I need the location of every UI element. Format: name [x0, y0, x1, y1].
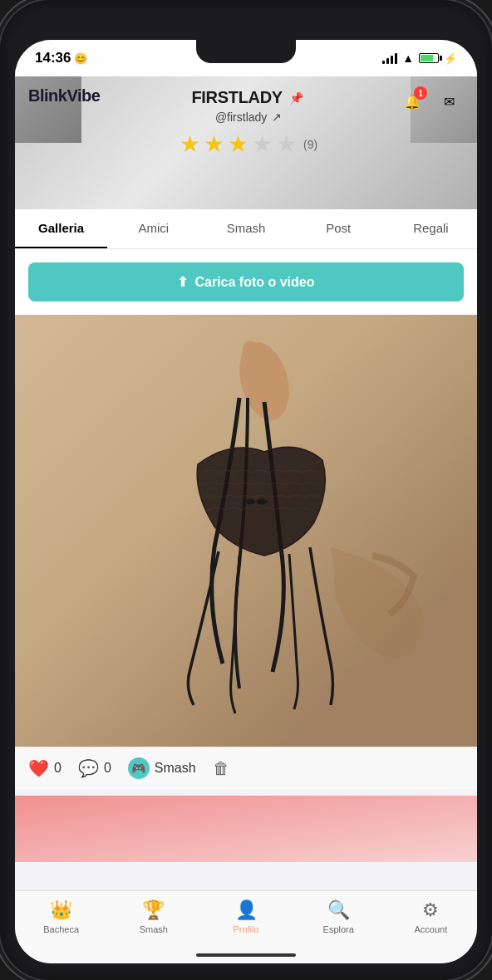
nav-profilo[interactable]: 👤 Profilo — [199, 899, 292, 934]
crown-icon: 👑 — [50, 899, 72, 921]
username-row: FIRSTLADY 📌 — [191, 88, 306, 107]
rating-stars: ★ ★ ★ ★ ★ (9) — [180, 130, 317, 158]
nav-esplora-label: Esplora — [323, 924, 354, 934]
nav-account-label: Account — [415, 924, 448, 934]
mail-icon: ✉ — [444, 94, 455, 110]
gear-icon: ⚙ — [422, 899, 439, 921]
photo-card: ❤️ 0 💬 0 🎮 Smash 🗑 — [15, 315, 477, 789]
share-icon[interactable]: ↗ — [272, 110, 282, 124]
comment-action[interactable]: 💬 0 — [78, 758, 111, 778]
upload-label: Carica foto o video — [194, 275, 314, 290]
header-brand-area: BlinkVibe — [28, 86, 100, 107]
nav-smash[interactable]: 🏆 Smash — [107, 899, 199, 934]
svg-rect-4 — [15, 796, 477, 862]
handle-row: @firstlady ↗ — [215, 110, 282, 124]
delete-button[interactable]: 🗑 — [213, 759, 229, 778]
photo-svg — [15, 315, 477, 747]
mail-button[interactable]: ✉ — [434, 86, 464, 116]
star-5: ★ — [276, 130, 297, 158]
nav-esplora[interactable]: 🔍 Esplora — [293, 899, 385, 934]
notification-badge: 1 — [414, 86, 427, 100]
brand-logo: BlinkVibe — [28, 86, 100, 105]
verified-badge: 📌 — [288, 89, 306, 107]
upload-icon: ⬆ — [177, 274, 188, 290]
upload-area: ⬆ Carica foto o video — [15, 249, 477, 315]
next-photo-preview — [15, 796, 477, 862]
nav-bacheca[interactable]: 👑 Bacheca — [15, 899, 107, 934]
wifi-icon: ▲ — [402, 51, 414, 65]
battery-charging-icon: ⚡ — [444, 52, 457, 65]
star-1: ★ — [180, 130, 200, 158]
comment-count: 0 — [104, 761, 111, 776]
tab-smash[interactable]: Smash — [199, 209, 292, 248]
battery-icon — [419, 53, 439, 63]
user-handle: @firstlady — [215, 110, 267, 124]
signal-icon — [382, 52, 397, 64]
smash-icon: 🎮 — [128, 757, 150, 779]
search-icon: 🔍 — [327, 899, 350, 921]
home-indicator[interactable] — [196, 953, 296, 957]
nav-bacheca-label: Bacheca — [43, 924, 79, 934]
bell-button[interactable]: 🔔 1 — [397, 86, 427, 116]
comment-icon: 💬 — [78, 758, 99, 778]
header-right-icons: 🔔 1 ✉ — [397, 86, 464, 116]
phone-frame: 14:36 😊 ▲ ⚡ — [0, 0, 492, 980]
trophy-icon: 🏆 — [142, 899, 165, 921]
status-time: 14:36 😊 — [35, 50, 87, 66]
smash-action[interactable]: 🎮 Smash — [128, 757, 196, 779]
profile-icon: 👤 — [235, 899, 258, 921]
profile-tabs: Galleria Amici Smash Post Regali — [15, 209, 477, 249]
upload-button[interactable]: ⬆ Carica foto o video — [28, 262, 464, 301]
nav-smash-label: Smash — [140, 924, 168, 934]
photo-actions: ❤️ 0 💬 0 🎮 Smash 🗑 — [15, 747, 477, 789]
phone-screen: 14:36 😊 ▲ ⚡ — [15, 40, 477, 963]
star-3: ★ — [228, 130, 248, 158]
username-text: FIRSTLADY — [191, 88, 283, 107]
header-profile-info: FIRSTLADY 📌 @firstlady ↗ ★ ★ ★ ★ ★ (9) — [180, 88, 317, 158]
tab-post[interactable]: Post — [293, 209, 385, 248]
tab-amici[interactable]: Amici — [107, 209, 199, 248]
heart-icon: ❤️ — [28, 758, 49, 778]
camera-notch — [196, 40, 296, 63]
tab-regali[interactable]: Regali — [385, 209, 477, 248]
nav-profilo-label: Profilo — [233, 924, 258, 934]
nav-account[interactable]: ⚙ Account — [385, 899, 477, 934]
like-action[interactable]: ❤️ 0 — [28, 758, 61, 778]
rating-count: (9) — [303, 138, 317, 151]
brand-name: BlinkVibe — [28, 86, 100, 105]
status-icons: ▲ ⚡ — [382, 51, 457, 65]
like-count: 0 — [54, 761, 61, 776]
bottom-nav: 👑 Bacheca 🏆 Smash 👤 Profilo 🔍 Esplora ⚙ … — [15, 890, 477, 963]
app-header: BlinkVibe FIRSTLADY 📌 @firstlady ↗ ★ ★ ★… — [15, 76, 477, 209]
star-4: ★ — [252, 130, 273, 158]
notification-icons: 🔔 1 ✉ — [397, 86, 464, 116]
tab-galleria[interactable]: Galleria — [15, 209, 107, 248]
smash-label: Smash — [155, 761, 196, 776]
star-2: ★ — [204, 130, 224, 158]
photo-image — [15, 315, 477, 747]
preview-svg — [15, 796, 477, 862]
status-emoji: 😊 — [74, 52, 87, 65]
